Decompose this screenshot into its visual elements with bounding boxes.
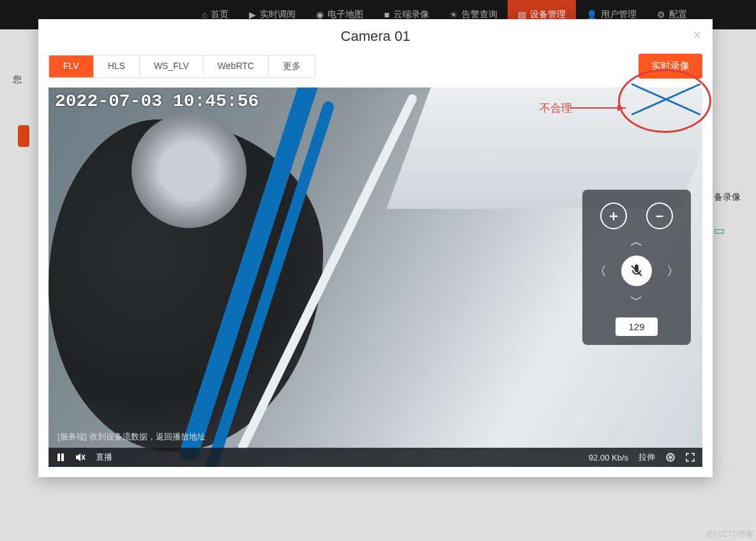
video-player[interactable]: 2022-07-03 10:45:56 [服务端] 收到设备流数据，返回播放地址… [49,88,702,467]
mute-icon [75,453,86,462]
modal-toolbar: FLV HLS WS_FLV WebRTC 更多 实时录像 [49,51,702,88]
ptz-left-button[interactable]: 〈 [591,263,609,280]
live-indicator: 直播 [96,452,112,463]
camera-modal: Camera 01 × FLV HLS WS_FLV WebRTC 更多 实时录… [38,19,713,477]
stretch-toggle[interactable]: 拉伸 [639,452,655,463]
mute-button[interactable] [75,453,86,462]
ptz-right-button[interactable]: 〉 [664,263,682,280]
stream-format-tabs: FLV HLS WS_FLV WebRTC 更多 [49,55,315,78]
zoom-out-button[interactable]: － [646,202,673,229]
fullscreen-icon [686,453,695,462]
tab-hls[interactable]: HLS [94,56,140,77]
mic-off-icon [629,263,644,278]
video-control-bar: 直播 92.00 Kb/s 拉伸 [49,448,702,467]
watermark: @51CTO博客 [706,529,753,540]
svg-rect-2 [61,453,64,461]
bitrate-value: 92.00 Kb/s [589,453,628,462]
modal-header: Camera 01 × [38,19,713,51]
annotation-text: 不合理 [540,101,572,116]
zoom-in-button[interactable]: ＋ [600,202,627,229]
svg-rect-1 [57,453,60,461]
pause-button[interactable] [56,453,65,462]
fullscreen-button[interactable] [686,453,695,462]
aperture-icon [665,452,676,462]
video-status-message: [服务端] 收到设备流数据，返回播放地址 [57,431,206,443]
modal-title: Camera 01 [341,28,411,44]
ptz-preset-value[interactable]: 129 [616,317,658,336]
tab-wsflv[interactable]: WS_FLV [140,56,204,77]
ptz-panel: ＋ － ︿ 〈 〉 ﹀ 129 [582,190,691,345]
ptz-down-button[interactable]: ﹀ [628,291,646,309]
ptz-up-button[interactable]: ︿ [628,233,646,250]
realtime-record-button[interactable]: 实时录像 [639,54,702,79]
annotation-arrow [571,107,626,109]
close-icon[interactable]: × [693,27,701,43]
tab-more[interactable]: 更多 [269,56,315,77]
tab-flv[interactable]: FLV [49,56,94,77]
snapshot-button[interactable] [665,452,676,462]
mic-mute-button[interactable] [621,255,652,286]
video-timestamp: 2022-07-03 10:45:56 [55,91,259,111]
pause-icon [56,453,65,462]
tab-webrtc[interactable]: WebRTC [204,56,269,77]
